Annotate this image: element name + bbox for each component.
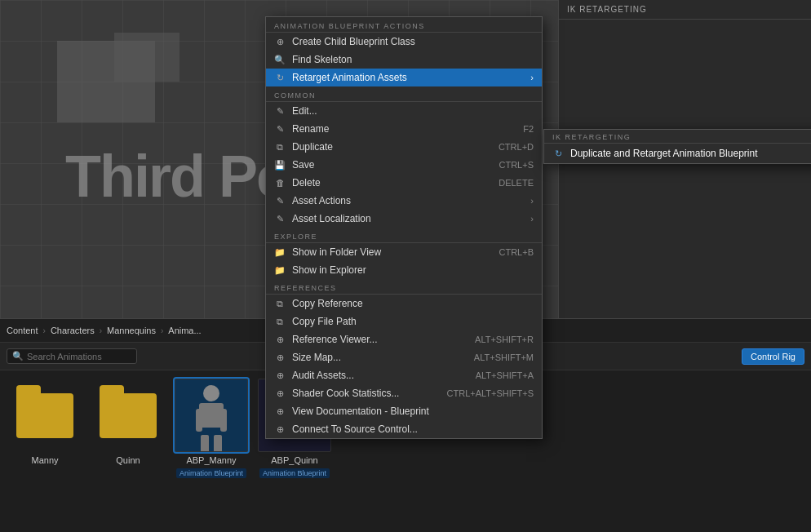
ctx-audit[interactable]: ⊕ Audit Assets... ALT+SHIFT+A (266, 366, 542, 384)
manny-label: Manny (31, 455, 58, 465)
ctx-ref-viewer[interactable]: ⊕ Reference Viewer... ALT+SHIFT+R (266, 330, 542, 348)
retarget-icon: ↻ (274, 72, 286, 83)
ctx-asset-actions-label: Asset Actions (292, 195, 524, 206)
ctx-edit-label: Edit... (292, 105, 534, 117)
ref-viewer-shortcut: ALT+SHIFT+R (475, 335, 534, 344)
ctx-create-child[interactable]: ⊕ Create Child Blueprint Class (266, 33, 542, 51)
asset-actions-arrow-icon: › (530, 196, 534, 206)
context-menu: ANIMATION BLUEPRINT ACTIONS ⊕ Create Chi… (265, 16, 543, 439)
ctx-retarget[interactable]: ↻ Retarget Animation Assets › IK RETARGE… (266, 69, 542, 86)
duplicate-retarget-icon: ↻ (552, 148, 564, 159)
ctx-delete[interactable]: 🗑 Delete DELETE (266, 174, 542, 192)
asset-localization-icon: ✎ (274, 213, 286, 224)
control-rig-button[interactable]: Control Rig (742, 348, 804, 365)
ctx-shader-cook-label: Shader Cook Statistics... (292, 388, 441, 399)
ctx-connect-source[interactable]: ⊕ Connect To Source Control... (266, 420, 542, 438)
ik-panel-title: IK RETARGETING (567, 5, 647, 14)
breadcrumb-content[interactable]: Content (7, 326, 38, 335)
breadcrumb-mannequins[interactable]: Mannequins (107, 326, 156, 335)
audit-shortcut: ALT+SHIFT+A (476, 370, 534, 380)
view-doc-icon: ⊕ (274, 406, 286, 417)
robot-legs (187, 435, 236, 453)
asset-localization-arrow-icon: › (530, 214, 534, 224)
retarget-arrow-icon: › (530, 73, 534, 82)
ctx-retarget-label: Retarget Animation Assets (292, 72, 524, 83)
ctx-section-explore: EXPLORE (266, 229, 542, 243)
search-icon: 🔍 (12, 351, 24, 361)
ctx-copy-ref-label: Copy Reference (292, 298, 534, 309)
search-input[interactable] (27, 352, 125, 361)
search-box[interactable]: 🔍 (7, 348, 137, 364)
ctx-save-label: Save (292, 159, 493, 171)
ctx-view-doc[interactable]: ⊕ View Documentation - Blueprint (266, 402, 542, 420)
connect-source-icon: ⊕ (274, 423, 286, 435)
ctx-shader-cook[interactable]: ⊕ Shader Cook Statistics... CTRL+ALT+SHI… (266, 384, 542, 402)
abp-quinn-sublabel: Animation Blueprint (259, 468, 330, 478)
ctx-duplicate[interactable]: ⧉ Duplicate CTRL+D (266, 138, 542, 156)
save-icon: 💾 (274, 159, 286, 171)
ctx-asset-actions[interactable]: ✎ Asset Actions › (266, 192, 542, 210)
save-shortcut: CTRL+S (499, 160, 534, 170)
manny-folder-icon (16, 393, 73, 438)
ctx-show-explorer-label: Show in Explorer (292, 264, 534, 276)
ctx-audit-label: Audit Assets... (292, 370, 469, 381)
abp-quinn-label: ABP_Quinn (271, 455, 317, 465)
robot-figure (187, 385, 236, 446)
create-child-icon: ⊕ (274, 36, 286, 47)
breadcrumb-anima[interactable]: Anima... (168, 326, 201, 335)
ctx-asset-localization[interactable]: ✎ Asset Localization › (266, 210, 542, 228)
delete-icon: 🗑 (274, 177, 286, 188)
breadcrumb-sep-2: › (100, 326, 102, 335)
show-folder-icon: 📁 (274, 246, 286, 258)
ctx-asset-localization-label: Asset Localization (292, 213, 524, 224)
asset-quinn[interactable]: Quinn (91, 379, 165, 465)
show-folder-shortcut: CTRL+B (499, 247, 534, 257)
viewport-decoration-2 (114, 33, 179, 82)
rename-icon: ✎ (274, 123, 286, 135)
submenu-duplicate-retarget-label: Duplicate and Retarget Animation Bluepri… (570, 148, 811, 159)
submenu-duplicate-retarget[interactable]: ↻ Duplicate and Retarget Animation Bluep… (544, 144, 811, 163)
ctx-size-map[interactable]: ⊕ Size Map... ALT+SHIFT+M (266, 348, 542, 366)
abp-manny-sublabel: Animation Blueprint (176, 468, 246, 478)
audit-icon: ⊕ (274, 370, 286, 381)
ctx-show-folder[interactable]: 📁 Show in Folder View CTRL+B (266, 243, 542, 261)
duplicate-shortcut: CTRL+D (499, 142, 534, 152)
size-map-shortcut: ALT+SHIFT+M (474, 352, 534, 362)
ctx-copy-file-label: Copy File Path (292, 316, 534, 327)
asset-actions-icon: ✎ (274, 195, 286, 206)
ctx-rename[interactable]: ✎ Rename F2 (266, 120, 542, 138)
asset-abp-manny[interactable]: ABP_Manny Animation Blueprint (175, 379, 248, 478)
ctx-show-folder-label: Show in Folder View (292, 246, 493, 258)
ctx-save[interactable]: 💾 Save CTRL+S (266, 156, 542, 174)
quinn-label: Quinn (116, 455, 140, 465)
ctx-section-references: REFERENCES (266, 281, 542, 295)
quinn-thumb (91, 379, 165, 452)
copy-ref-icon: ⧉ (274, 298, 286, 309)
breadcrumb-sep-1: › (43, 326, 46, 335)
abp-manny-label: ABP_Manny (186, 455, 236, 465)
breadcrumb-characters[interactable]: Characters (51, 326, 95, 335)
abp-manny-thumb (175, 379, 248, 452)
find-skeleton-icon: 🔍 (274, 54, 286, 65)
robot-leg-left (201, 435, 209, 453)
asset-manny[interactable]: Manny (8, 379, 82, 465)
retarget-submenu: IK RETARGETING ↻ Duplicate and Retarget … (543, 129, 811, 164)
ctx-find-skeleton[interactable]: 🔍 Find Skeleton (266, 51, 542, 69)
quinn-folder-icon (100, 393, 157, 438)
ctx-copy-file[interactable]: ⧉ Copy File Path (266, 313, 542, 330)
ctx-copy-ref[interactable]: ⧉ Copy Reference (266, 295, 542, 313)
shader-cook-icon: ⊕ (274, 388, 286, 399)
ctx-section-common: COMMON (266, 88, 542, 102)
ctx-duplicate-label: Duplicate (292, 141, 492, 153)
ctx-ref-viewer-label: Reference Viewer... (292, 334, 468, 345)
ctx-delete-label: Delete (292, 177, 492, 188)
show-explorer-icon: 📁 (274, 264, 286, 276)
ctx-edit[interactable]: ✎ Edit... (266, 102, 542, 120)
copy-file-icon: ⧉ (274, 316, 286, 327)
delete-shortcut: DELETE (499, 178, 534, 188)
ctx-rename-label: Rename (292, 123, 516, 135)
ctx-show-explorer[interactable]: 📁 Show in Explorer (266, 261, 542, 279)
ref-viewer-icon: ⊕ (274, 334, 286, 345)
retarget-submenu-header: IK RETARGETING (544, 130, 811, 144)
ctx-connect-source-label: Connect To Source Control... (292, 423, 534, 435)
